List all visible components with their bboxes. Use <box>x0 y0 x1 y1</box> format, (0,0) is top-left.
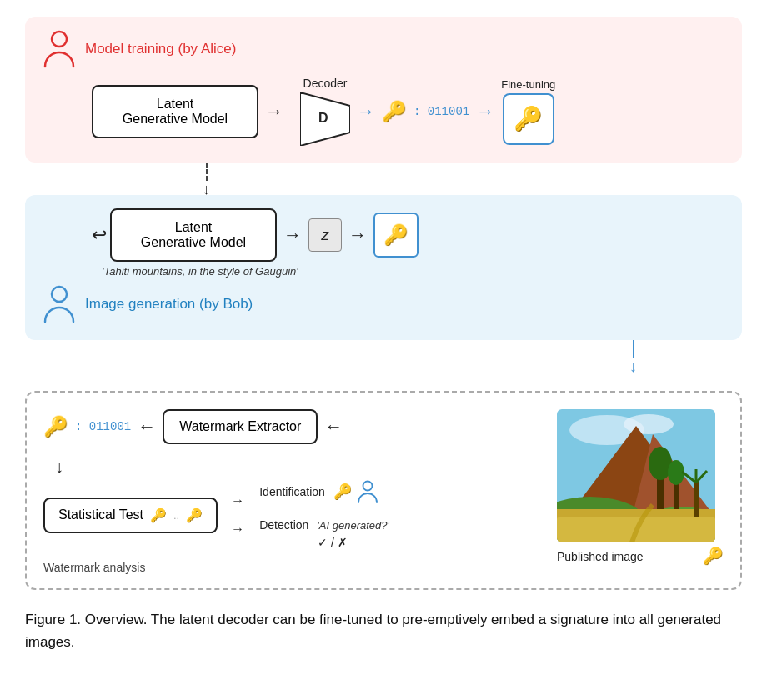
key-box-finetuning: 🔑 <box>503 93 554 145</box>
section-generation: ↩ LatentGenerative Model → z → 🔑 <box>25 195 742 340</box>
latent-model-training: LatentGenerative Model <box>92 85 258 138</box>
dot-stat: .. <box>173 509 179 522</box>
arrow-decoder-to-key: → <box>357 101 375 122</box>
stat-test-box: Statistical Test 🔑 .. 🔑 <box>43 498 218 533</box>
published-image-wrap <box>557 409 715 542</box>
generation-label-row: Image generation (by Bob) <box>42 285 725 323</box>
svg-point-0 <box>52 32 67 47</box>
diagram-container: Model training (by Alice) LatentGenerati… <box>25 17 742 653</box>
section-analysis: 🔑 : 011001 ← Watermark Extractor ← <box>25 391 742 590</box>
z-box: z <box>308 218 342 252</box>
latent-model-generation: LatentGenerative Model <box>110 208 277 262</box>
blue-line <box>633 340 634 358</box>
arrows-outcomes: → → <box>231 493 244 537</box>
decoder-shape: D <box>300 92 350 146</box>
check-cross-label: ✓ / ✗ <box>318 536 348 549</box>
dashed-connector-wrap: ↓ <box>25 162 742 198</box>
z-label: z <box>322 227 329 244</box>
watermark-extractor-box: Watermark Extractor <box>163 409 318 444</box>
svg-point-3 <box>52 287 67 302</box>
training-label-row: Model training (by Alice) <box>42 30 725 68</box>
arrow-z-to-key: → <box>348 224 367 246</box>
person-icon-red <box>42 30 77 68</box>
decoder-label: Decoder <box>303 77 348 90</box>
generation-label-text: Image generation (by Bob) <box>85 296 253 312</box>
stat-test-row: Statistical Test 🔑 .. 🔑 → → <box>43 480 540 550</box>
arrow-to-decoder: → <box>265 101 283 122</box>
prompt-wrap: 'Tahiti mountains, in the style of Gaugu… <box>98 263 725 278</box>
key-icon-finetuning: 🔑 <box>514 105 543 132</box>
arrow-extractor-to-key: ← <box>138 416 156 438</box>
identification-label: Identification <box>259 485 325 498</box>
key-icon-published: 🔑 <box>703 546 724 566</box>
key-icon-generation: 🔑 <box>384 223 409 247</box>
down-arrow-to-stat: ↓ <box>55 458 540 477</box>
latent-model-label: LatentGenerative Model <box>123 97 228 127</box>
extractor-row: 🔑 : 011001 ← Watermark Extractor ← <box>43 409 540 444</box>
detection-row: Detection 'AI generated?' <box>259 518 394 532</box>
detection-label: Detection <box>259 518 308 532</box>
watermark-analysis-label: Watermark analysis <box>43 561 145 574</box>
key-code-output: : 011001 <box>75 420 131 433</box>
latent-model-label2: LatentGenerative Model <box>141 220 246 250</box>
svg-point-4 <box>363 482 372 491</box>
identification-row: Identification 🔑 <box>259 480 394 503</box>
blue-down-arrow: ↓ <box>629 358 637 376</box>
finetuning-wrap: Fine-tuning 🔑 <box>501 78 555 145</box>
curved-arrow: ↩ <box>92 224 107 246</box>
key-code-output-wrap: 🔑 : 011001 <box>43 415 131 438</box>
down-arrow-stat: ↓ <box>55 458 63 476</box>
analysis-left: 🔑 : 011001 ← Watermark Extractor ← <box>43 409 540 575</box>
section-training: Model training (by Alice) LatentGenerati… <box>25 17 742 162</box>
arrow-latent-to-z: → <box>283 224 302 246</box>
key-icon-stat2: 🔑 <box>186 508 203 523</box>
prompt-text: 'Tahiti mountains, in the style of Gaugu… <box>102 265 298 278</box>
finetuning-label: Fine-tuning <box>501 78 555 91</box>
arrow-to-detection: → <box>231 522 244 537</box>
analysis-row: 🔑 : 011001 ← Watermark Extractor ← <box>43 409 724 575</box>
check-cross-row: ✓ / ✗ <box>318 535 394 550</box>
full-diagram: Model training (by Alice) LatentGenerati… <box>25 17 742 590</box>
key-icon-training: 🔑 <box>382 100 407 123</box>
blue-down-connector-wrap: ↓ <box>25 340 742 376</box>
key-code-wrap: 🔑 : 011001 <box>382 100 469 123</box>
svg-rect-18 <box>694 480 699 518</box>
key-icon-output: 🔑 <box>43 415 68 438</box>
sections-wrap: Model training (by Alice) LatentGenerati… <box>25 17 742 376</box>
key-box-generation: 🔑 <box>373 212 419 258</box>
stat-test-label: Statistical Test <box>58 508 143 522</box>
key-code-training: : 011001 <box>414 105 469 118</box>
figure-caption: Figure 1. Overview. The latent decoder c… <box>25 608 742 653</box>
training-label-text: Model training (by Alice) <box>85 41 236 58</box>
dashed-line <box>206 162 208 181</box>
caption-text: Figure 1. Overview. The latent decoder c… <box>25 612 721 650</box>
person-icon-id <box>357 480 378 503</box>
outcome-col: Identification 🔑 Detection <box>259 480 394 550</box>
ai-generated-label: 'AI generated?' <box>317 519 389 532</box>
svg-text:D: D <box>318 111 328 125</box>
published-label: Published image <box>557 550 644 563</box>
svg-point-7 <box>624 414 674 434</box>
key-icon-id: 🔑 <box>333 482 352 501</box>
watermark-extractor-label: Watermark Extractor <box>179 419 301 433</box>
key-icon-stat1: 🔑 <box>150 508 167 523</box>
arrow-to-finetuning: → <box>476 101 494 122</box>
decoder-wrap: Decoder D <box>300 77 350 146</box>
person-icon-blue <box>42 285 77 323</box>
blue-down-connector: ↓ <box>629 340 637 376</box>
published-label-row: Published image 🔑 <box>557 542 724 566</box>
arrow-image-to-extractor: ← <box>324 416 343 438</box>
watermark-analysis-wrap: Watermark analysis <box>43 560 540 575</box>
analysis-right: Published image 🔑 <box>557 409 724 566</box>
arrow-to-identification: → <box>231 493 244 508</box>
training-row: LatentGenerative Model → Decoder D <box>92 77 725 146</box>
dashed-connector: ↓ <box>203 162 210 198</box>
generation-row: ↩ LatentGenerative Model → z → 🔑 <box>92 208 725 262</box>
published-image-svg <box>557 409 715 542</box>
